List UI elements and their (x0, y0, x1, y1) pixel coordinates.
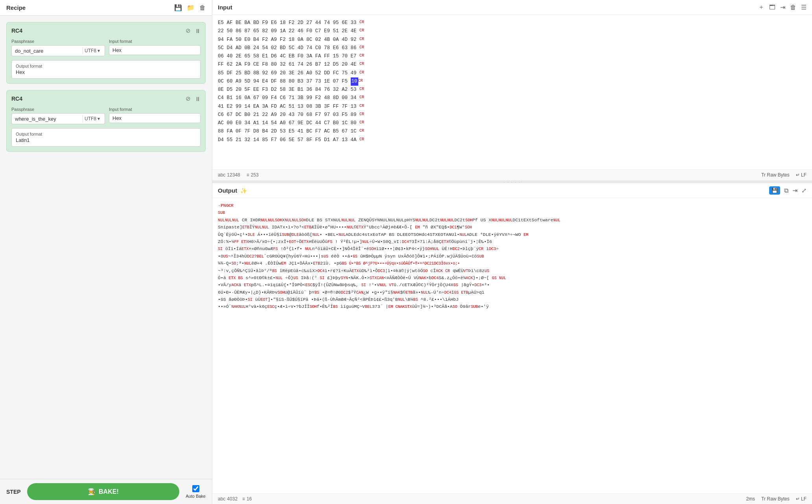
export-output-icon[interactable]: ⇥ (792, 187, 797, 194)
rc4-pause-icon-2[interactable]: ⏸ (195, 96, 201, 102)
output-line-8: ~³:v,çÕÑ‰^ÇïÜ•âlÞ°/ªBS îRëpEûâ•c‰uìX>DC4… (218, 268, 489, 273)
lf-btn-out[interactable]: ↵ LF (796, 496, 806, 502)
open-input-icon[interactable]: 🗔 (769, 4, 775, 11)
input-lines: 253 (251, 172, 259, 178)
bake-button[interactable]: 👨‍🍳 BAKE! (27, 483, 180, 500)
output-header: Output ✨ 💾 ⧉ ⇥ ⤢ (212, 183, 812, 198)
raw-bytes-btn[interactable]: Tr Raw Bytes (761, 172, 790, 178)
rc4-block-1: RC4 ⊘ ⏸ Passphrase UTF8 ▾ (6, 22, 206, 84)
bottom-bar: STEP 👨‍🍳 BAKE! Auto Bake (0, 479, 212, 504)
output-section: Output ✨ 💾 ⧉ ⇥ ⤢ ·PNGCR SUB NULNULNUL CR… (212, 183, 812, 504)
fullscreen-output-icon[interactable]: ⤢ (801, 187, 806, 194)
output-format-label-2: Output format (16, 132, 196, 136)
output-line-9: Ó•ä ETX BS s^»0tÐ©k±£•NUL ÷Õ}US IÞã:(° S… (218, 275, 506, 280)
magic-wand-icon[interactable]: ✨ (240, 188, 247, 194)
input-header-icons: ＋ 🗔 ⇥ 🗑 ☰ (758, 3, 806, 11)
output-line-2: Snipaste]ETBÎŸNULNUL IDATx•ì•?o³<ETBÆÏÛë… (218, 224, 472, 230)
input-abc-stat: abc 12348 (218, 172, 240, 178)
add-input-icon[interactable]: ＋ (758, 3, 764, 11)
output-line-13: ••»Ó¨NAKNULH°và•k6çESCç•Æ•ì÷V•?bJÎÎSOHf•… (218, 304, 489, 309)
hex-line: 22 50 86 87 65 82 09 1A 22 46 F0 C7 E9 5… (218, 27, 806, 35)
copy-output-icon[interactable]: ⧉ (784, 187, 788, 194)
output-line-10: •VÃ/yACKä ETXpß^L.•¤ïqí&Ú{•*Î9PÒ<ESC$ÿÎ!… (218, 282, 490, 287)
input-format-group-2: Input format Hex (109, 107, 201, 124)
output-header-icons: 💾 ⧉ ⇥ ⤢ (769, 186, 806, 195)
lf-btn[interactable]: ↵ LF (796, 172, 806, 178)
rc4-title-row-2: RC4 ⊘ ⏸ (11, 95, 201, 102)
hex-line: AC 00 E0 34 A1 14 54 A0 67 9E DC 44 C7 B… (218, 119, 806, 127)
output-lines-stat: ≡ 16 (242, 496, 252, 502)
output-format-block-1: Output format Hex (11, 60, 201, 79)
rc4-title-row-1: RC4 ⊘ ⏸ (11, 27, 201, 34)
output-line-5: SI öÏí•ÍáETX×«ØñnuGwÆFS !ð²{ì•f• NULn²öï… (218, 246, 499, 251)
hex-line: 8E D5 20 5F EE F3 D2 58 3E B1 36 84 76 3… (218, 86, 806, 94)
hex-line: 06 40 2E 65 58 E1 D6 4C EB F0 3A FA FF 1… (218, 52, 806, 61)
passphrase-input-2[interactable] (15, 116, 81, 122)
input-format-value-2: Hex (112, 115, 197, 121)
recipe-content: RC4 ⊘ ⏸ Passphrase UTF8 ▾ (0, 16, 212, 479)
passphrase-group-1: Passphrase UTF8 ▾ (11, 39, 105, 56)
delete-input-icon[interactable]: 🗑 (790, 4, 796, 11)
recipe-title: Recipe (6, 4, 26, 11)
rc4-fields-1: Passphrase UTF8 ▾ Input format Hex (11, 39, 201, 56)
rc4-title-1: RC4 (11, 28, 22, 34)
hex-line: 94 FA 50 E0 B4 F2 A9 F2 18 0A 8C 02 4B 0… (218, 36, 806, 44)
rc4-block-2: RC4 ⊘ ⏸ Passphrase UTF8 ▾ (6, 90, 206, 152)
hex-line: C4 B1 16 0A 67 09 F4 C6 71 3B 99 F2 48 8… (218, 94, 806, 102)
save-output-icon[interactable]: 💾 (769, 186, 780, 195)
output-content: ·PNGCR SUB NULNULNUL CR IHDRNULNULSOHXNU… (212, 198, 812, 493)
lines-icon-out: ≡ (242, 496, 245, 502)
auto-bake-checkbox[interactable] (192, 485, 199, 492)
output-footer: abc 4032 ≡ 16 2ms Tr Raw Bytes ↵ LF (212, 493, 812, 504)
output-title-group: Output ✨ (218, 187, 247, 194)
input-format-select-2[interactable]: Hex (109, 113, 201, 123)
passphrase-input-row-1: UTF8 ▾ (11, 45, 105, 56)
step-label: STEP (6, 489, 21, 495)
output-line-7: ¼¾-Q•SO;ª•NULëØ«4 .ËÒÏÛwEM JÇì•ÖÃÃx•ETB2… (218, 261, 506, 309)
passphrase-input-1[interactable] (15, 48, 81, 54)
hex-line: 41 E2 99 14 EA 3A FD AC 51 13 08 3B 3F F… (218, 103, 806, 111)
lines-icon: ≡ (247, 172, 249, 178)
input-section: Input ＋ 🗔 ⇥ 🗑 ☰ E5 AF BE BA BD F9 E6 18 … (212, 0, 812, 181)
input-format-label-1: Input format (109, 39, 201, 44)
export-input-icon[interactable]: ⇥ (780, 4, 785, 11)
hex-line: 88 FA 0F 7F D8 B4 2D 53 E5 41 BC F7 AC B… (218, 127, 806, 136)
input-lines-stat: ≡ 253 (247, 172, 259, 178)
rc4-pause-icon-1[interactable]: ⏸ (195, 28, 201, 34)
passphrase-group-2: Passphrase UTF8 ▾ (11, 107, 105, 124)
input-count: 12348 (227, 172, 240, 178)
output-line-11: 6Ú•Ð•·ÛÈMÆy•|¿D}•KÂRÞvSOHU@íÃÛíú¨ þYBS •… (218, 290, 484, 295)
rc4-fields-2: Passphrase UTF8 ▾ Input format Hex (11, 107, 201, 124)
output-count: 4032 (227, 496, 238, 502)
raw-bytes-btn-out[interactable]: Tr Raw Bytes (761, 496, 790, 502)
passphrase-encoding-2[interactable]: UTF8 ▾ (83, 115, 101, 122)
output-format-label-1: Output format (16, 64, 196, 68)
input-title: Input (218, 4, 232, 11)
input-format-select-1[interactable]: Hex (109, 45, 201, 55)
hex-line: C6 67 DC B0 21 22 A9 20 43 70 68 F7 97 0… (218, 111, 806, 119)
time-stat: 2ms (746, 496, 755, 502)
hex-line: D4 55 21 32 14 85 F7 06 5E 57 8F F5 D1 A… (218, 136, 806, 144)
hex-line: 5C D4 AD 0B 24 54 02 BD 5C 4D 74 C0 78 E… (218, 44, 806, 52)
input-header: Input ＋ 🗔 ⇥ 🗑 ☰ (212, 0, 812, 15)
input-hex-content: E5 AF BE BA BD F9 E6 18 F2 2D 27 44 74 9… (212, 15, 812, 169)
input-footer: abc 12348 ≡ 253 Tr Raw Bytes ↵ LF (212, 169, 812, 180)
sub-marker: SUB (218, 211, 225, 215)
output-format-value-1: Hex (16, 69, 196, 75)
output-text: ·PNGCR SUB NULNULNUL CR IHDRNULNULSOHXNU… (218, 202, 806, 311)
rc4-title-2: RC4 (11, 96, 22, 102)
save-icon[interactable]: 💾 (174, 4, 182, 11)
rc4-disable-icon-2[interactable]: ⊘ (186, 95, 191, 102)
folder-icon[interactable]: 📁 (187, 4, 195, 11)
input-footer-right: Tr Raw Bytes ↵ LF (761, 172, 806, 178)
recipe-header: Recipe 💾 📁 🗑 (0, 0, 212, 16)
output-line-3: ÛQ`ËÿöÜ•ç¹•DLE Á•••ïëÜ§ïSUB@DLEäòóß[NUL•… (218, 232, 528, 237)
passphrase-encoding-1[interactable]: UTF8 ▾ (83, 47, 101, 54)
rc4-disable-icon-1[interactable]: ⊘ (186, 27, 191, 34)
trash-icon[interactable]: 🗑 (199, 4, 206, 11)
layout-input-icon[interactable]: ☰ (801, 4, 806, 11)
abc-label-out: abc (218, 496, 225, 502)
output-abc-stat: abc 4032 (218, 496, 238, 502)
passphrase-label-2: Passphrase (11, 107, 105, 112)
output-line-12: •GS ãøÐÒöÞ•SI ùÙEOT]•"§ïS·ßÜ$Ú§ïPä •Þä•(… (218, 297, 458, 302)
